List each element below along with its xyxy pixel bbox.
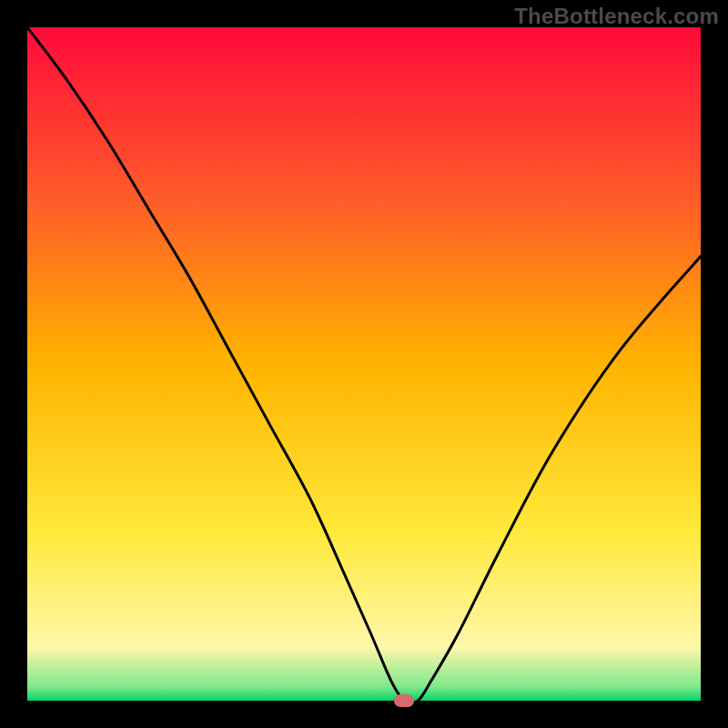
watermark-text: TheBottleneck.com — [514, 4, 719, 29]
gradient-background — [27, 27, 701, 701]
plot-svg — [27, 27, 701, 701]
plot-area — [27, 27, 701, 701]
chart-frame: TheBottleneck.com — [0, 0, 728, 728]
optimum-marker — [394, 694, 414, 707]
